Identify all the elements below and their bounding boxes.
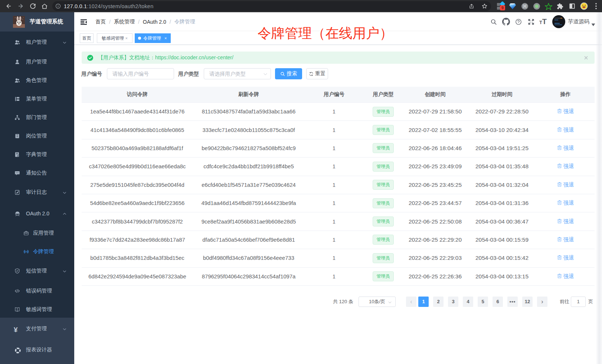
svg-text:9: 9 xyxy=(501,6,504,10)
svg-text:⌘: ⌘ xyxy=(523,4,527,9)
